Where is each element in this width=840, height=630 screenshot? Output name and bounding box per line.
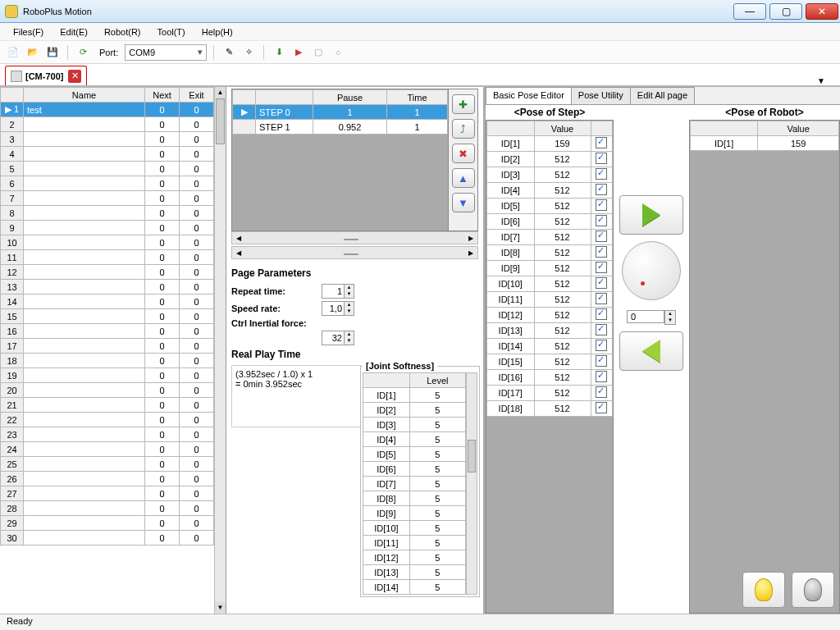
- col-exit[interactable]: Exit: [180, 88, 214, 103]
- menu-files[interactable]: Files(F): [5, 25, 52, 39]
- col-pause[interactable]: Pause: [313, 90, 387, 105]
- checkbox[interactable]: [596, 153, 607, 164]
- checkbox[interactable]: [596, 246, 607, 258]
- torque-off-button[interactable]: [792, 572, 834, 608]
- pose-step-row[interactable]: ID[8]512: [487, 245, 613, 261]
- softness-row[interactable]: ID[8]5: [363, 491, 466, 506]
- page-row[interactable]: 1000: [1, 235, 214, 250]
- minimize-button[interactable]: —: [733, 3, 766, 20]
- page-row[interactable]: ▶ 1test00: [1, 103, 214, 117]
- page-row[interactable]: 2000: [1, 383, 214, 398]
- speed-rate-spinner[interactable]: ▲▼: [322, 301, 354, 316]
- softness-table[interactable]: Level ID[1]5ID[2]5ID[3]5ID[4]5ID[5]5ID[6…: [363, 372, 466, 595]
- page-row[interactable]: 1500: [1, 309, 214, 324]
- checkbox[interactable]: [596, 199, 607, 211]
- wand-icon[interactable]: ✧: [240, 44, 257, 61]
- page-row[interactable]: 2800: [1, 501, 214, 516]
- page-row[interactable]: 700: [1, 191, 214, 206]
- page-row[interactable]: 600: [1, 176, 214, 191]
- pose-step-row[interactable]: ID[11]512: [487, 292, 613, 308]
- checkbox[interactable]: [596, 168, 607, 180]
- checkbox[interactable]: [596, 402, 607, 413]
- page-row[interactable]: 2900: [1, 516, 214, 531]
- scrollbar-horizontal[interactable]: ◀▶: [231, 246, 478, 259]
- pose-step-row[interactable]: ID[7]512: [487, 230, 613, 245]
- softness-row[interactable]: ID[14]5: [363, 580, 466, 595]
- close-button[interactable]: ✕: [806, 3, 838, 20]
- pose-step-row[interactable]: ID[1]159: [487, 136, 613, 152]
- page-row[interactable]: 1400: [1, 294, 214, 309]
- pose-of-step-table[interactable]: Value ID[1]159ID[2]512ID[3]512ID[4]512ID…: [486, 121, 613, 417]
- doc-menu-icon[interactable]: ▼: [817, 76, 825, 85]
- page-table[interactable]: Name Next Exit ▶ 1test002003004005006007…: [0, 87, 214, 546]
- pose-of-robot-table[interactable]: Value ID[1]159: [690, 121, 839, 151]
- refresh-icon[interactable]: ⟳: [75, 44, 91, 61]
- page-row[interactable]: 400: [1, 147, 214, 162]
- pencil-icon[interactable]: ✎: [221, 44, 237, 61]
- scrollbar-horizontal[interactable]: ◀▶: [231, 231, 478, 244]
- pose-step-row[interactable]: ID[2]512: [487, 152, 613, 167]
- pose-step-row[interactable]: ID[15]512: [487, 354, 613, 370]
- step-row[interactable]: ▶STEP 011: [233, 105, 448, 120]
- page-row[interactable]: 1100: [1, 250, 214, 265]
- checkbox[interactable]: [596, 231, 607, 242]
- pose-step-row[interactable]: ID[10]512: [487, 276, 613, 292]
- softness-row[interactable]: ID[9]5: [363, 506, 466, 521]
- stop-icon[interactable]: ▢: [310, 44, 326, 61]
- page-row[interactable]: 1800: [1, 354, 214, 368]
- softness-row[interactable]: ID[13]5: [363, 565, 466, 580]
- softness-row[interactable]: ID[12]5: [363, 550, 466, 565]
- col-name[interactable]: Name: [24, 88, 145, 103]
- move-down-button[interactable]: ▼: [452, 193, 475, 212]
- page-row[interactable]: 2100: [1, 398, 214, 413]
- checkbox[interactable]: [596, 355, 607, 367]
- pose-step-row[interactable]: ID[14]512: [487, 339, 613, 354]
- save-icon[interactable]: 💾: [44, 44, 61, 61]
- scrollbar-vertical[interactable]: [466, 372, 477, 595]
- menu-help[interactable]: Help(H): [194, 25, 241, 39]
- doc-tab-close-icon[interactable]: ✕: [68, 70, 81, 83]
- page-row[interactable]: 2200: [1, 413, 214, 427]
- page-row[interactable]: 800: [1, 206, 214, 221]
- maximize-button[interactable]: ▢: [769, 3, 802, 20]
- checkbox[interactable]: [596, 293, 607, 304]
- checkbox[interactable]: [596, 277, 607, 289]
- page-row[interactable]: 200: [1, 117, 214, 132]
- softness-row[interactable]: ID[11]5: [363, 536, 466, 550]
- menu-edit[interactable]: Edit(E): [52, 25, 96, 39]
- pose-step-row[interactable]: ID[16]512: [487, 370, 613, 386]
- menu-robot[interactable]: Robot(R): [96, 25, 149, 39]
- tab-pose-utility[interactable]: Pose Utility: [571, 87, 631, 104]
- col-time[interactable]: Time: [387, 90, 448, 105]
- checkbox[interactable]: [596, 371, 607, 382]
- page-row[interactable]: 2500: [1, 457, 214, 472]
- checkbox[interactable]: [596, 137, 607, 148]
- dial-control[interactable]: [622, 241, 681, 300]
- port-select[interactable]: COM9: [125, 44, 207, 61]
- page-row[interactable]: 1300: [1, 280, 214, 294]
- softness-row[interactable]: ID[10]5: [363, 521, 466, 536]
- page-row[interactable]: 1700: [1, 339, 214, 354]
- checkbox[interactable]: [596, 184, 607, 195]
- checkbox[interactable]: [596, 324, 607, 336]
- download-icon[interactable]: ⬇: [271, 44, 287, 61]
- page-row[interactable]: 2400: [1, 442, 214, 457]
- page-row[interactable]: 1900: [1, 368, 214, 383]
- pose-step-row[interactable]: ID[17]512: [487, 386, 613, 401]
- dial-value-input[interactable]: [627, 310, 664, 323]
- step-table[interactable]: Pause Time ▶STEP 011STEP 10.9521: [232, 89, 448, 135]
- page-row[interactable]: 1600: [1, 324, 214, 339]
- new-icon[interactable]: 📄: [5, 44, 21, 61]
- tab-edit-all-page[interactable]: Edit All page: [630, 87, 695, 104]
- delete-step-button[interactable]: ✖: [452, 144, 475, 163]
- repeat-time-spinner[interactable]: ▲▼: [322, 284, 354, 299]
- softness-row[interactable]: ID[7]5: [363, 477, 466, 491]
- page-row[interactable]: 500: [1, 162, 214, 176]
- tab-basic-pose-editor[interactable]: Basic Pose Editor: [486, 87, 572, 104]
- softness-row[interactable]: ID[6]5: [363, 462, 466, 477]
- page-row[interactable]: 300: [1, 132, 214, 147]
- page-row[interactable]: 900: [1, 221, 214, 235]
- doc-tab[interactable]: [CM-700] ✕: [5, 66, 87, 85]
- checkbox[interactable]: [596, 386, 607, 398]
- apply-left-button[interactable]: [619, 331, 683, 371]
